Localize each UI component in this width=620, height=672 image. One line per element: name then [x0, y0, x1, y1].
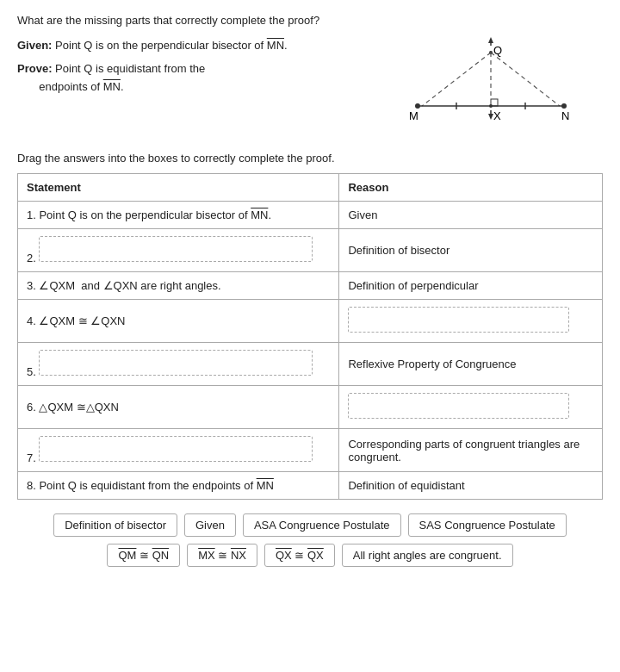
reason-2: Definition of bisector — [339, 229, 603, 272]
given-text: Point Q is on the perpendicular bisector… — [55, 39, 288, 52]
reason-5: Reflexive Property of Congruence — [339, 343, 603, 386]
statement-7: 7. — [18, 429, 339, 472]
proof-table: Statement Reason 1. Point Q is on the pe… — [17, 173, 603, 500]
answers-row-2: QM ≅ QN MX ≅ NX QX ≅ QX All right angles… — [107, 544, 512, 567]
table-row: 6. △QXM ≅△QXN — [18, 386, 603, 429]
svg-point-11 — [561, 103, 567, 109]
chip-sas[interactable]: SAS Congruence Postulate — [408, 513, 567, 537]
statement-2: 2. — [18, 229, 339, 272]
table-row: 8. Point Q is equidistant from the endpo… — [18, 472, 603, 500]
chip-all-right-angles[interactable]: All right angles are congruent. — [342, 544, 513, 567]
statement-7-blank[interactable] — [39, 436, 312, 462]
table-row: 7. Corresponding parts of congruent tria… — [18, 429, 603, 472]
svg-text:Q: Q — [493, 44, 502, 57]
svg-text:X: X — [493, 109, 501, 122]
answers-section: Definition of bisector Given ASA Congrue… — [17, 513, 603, 567]
question-text: What are the missing parts that correctl… — [17, 14, 603, 27]
svg-text:M: M — [409, 109, 418, 122]
statement-6: 6. △QXM ≅△QXN — [18, 386, 339, 429]
chip-given[interactable]: Given — [184, 513, 236, 537]
reason-6 — [339, 386, 603, 429]
statement-1: 1. Point Q is on the perpendicular bisec… — [18, 202, 339, 229]
reason-4-blank[interactable] — [348, 307, 568, 333]
answers-row-1: Definition of bisector Given ASA Congrue… — [53, 513, 567, 537]
statement-5-blank[interactable] — [39, 350, 312, 376]
statement-5: 5. — [18, 343, 339, 386]
chip-mx-nx[interactable]: MX ≅ NX — [187, 544, 257, 567]
svg-point-9 — [415, 103, 420, 109]
svg-line-7 — [491, 53, 560, 106]
table-row: 1. Point Q is on the perpendicular bisec… — [18, 202, 603, 229]
table-row: 5. Reflexive Property of Congruence — [18, 343, 603, 386]
svg-line-6 — [422, 53, 491, 106]
reason-8: Definition of equidistant — [339, 472, 603, 500]
reason-7: Corresponding parts of congruent triangl… — [339, 429, 603, 472]
table-row: 4. ∠QXM ≅ ∠QXN — [18, 300, 603, 343]
reason-3: Definition of perpendicular — [339, 272, 603, 300]
svg-text:N: N — [561, 109, 569, 122]
diagram: Q M N X — [396, 37, 603, 143]
statement-4: 4. ∠QXM ≅ ∠QXN — [18, 300, 339, 343]
prove-label: Prove: — [17, 62, 52, 75]
reason-1: Given — [339, 202, 603, 229]
given-label: Given: — [17, 39, 52, 52]
reason-6-blank[interactable] — [348, 393, 568, 419]
statement-2-blank[interactable] — [39, 236, 312, 262]
table-row: 3. ∠QXM and ∠QXN are right angles. Defin… — [18, 272, 603, 300]
reason-header: Reason — [339, 174, 603, 202]
svg-marker-1 — [488, 37, 493, 43]
statement-3: 3. ∠QXM and ∠QXN are right angles. — [18, 272, 339, 300]
chip-qm-qn[interactable]: QM ≅ QN — [107, 544, 180, 567]
chip-asa[interactable]: ASA Congruence Postulate — [243, 513, 401, 537]
table-row: 2. Definition of bisector — [18, 229, 603, 272]
chip-qx-qx[interactable]: QX ≅ QX — [264, 544, 335, 567]
statement-8: 8. Point Q is equidistant from the endpo… — [18, 472, 339, 500]
chip-definition-bisector[interactable]: Definition of bisector — [53, 513, 177, 537]
given-prove-section: Given: Point Q is on the perpendicular b… — [17, 37, 379, 96]
statement-header: Statement — [18, 174, 339, 202]
drag-instruction: Drag the answers into the boxes to corre… — [17, 152, 603, 165]
reason-4 — [339, 300, 603, 343]
